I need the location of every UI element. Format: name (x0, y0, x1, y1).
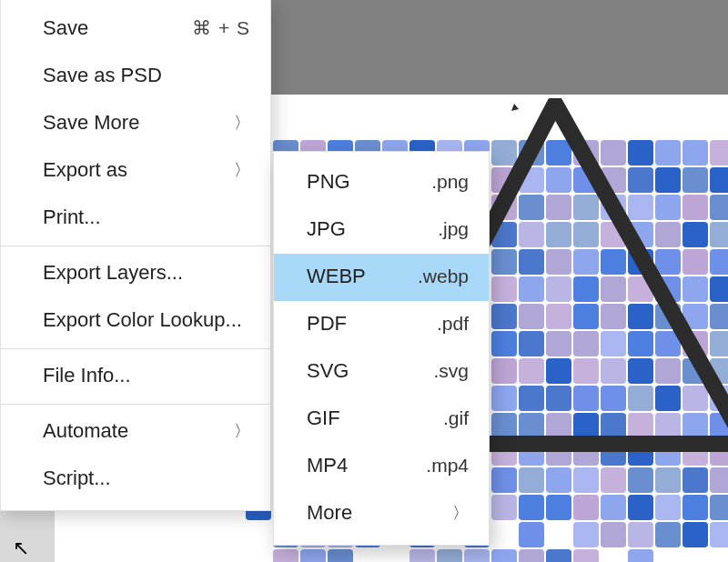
tool-rail-bottom (0, 509, 55, 562)
chevron-right-icon: 〉 (234, 112, 250, 134)
export-ext: .webp (418, 266, 469, 287)
menu-item-script[interactable]: Script... (1, 456, 270, 503)
shortcut-text: ⌘ + S (192, 17, 250, 39)
export-as-submenu: PNG .png JPG .jpg WEBP .webp PDF .pdf SV… (273, 151, 490, 546)
export-ext: .mp4 (426, 455, 469, 477)
menu-label: Export Layers... (43, 261, 183, 285)
export-label: JPG (307, 217, 346, 241)
menu-label: Automate (43, 419, 128, 443)
export-option-webp[interactable]: WEBP .webp (274, 254, 489, 301)
menu-item-print[interactable]: Print... (1, 195, 270, 242)
export-option-mp4[interactable]: MP4 .mp4 (274, 443, 489, 490)
export-ext: .gif (443, 407, 469, 429)
menu-label: Save (43, 16, 88, 40)
export-label: PDF (307, 312, 347, 336)
menu-item-export-layers[interactable]: Export Layers... (1, 250, 270, 297)
menu-item-export-as[interactable]: Export as 〉 (1, 147, 270, 195)
export-label: WEBP (307, 265, 366, 288)
export-label: SVG (307, 359, 349, 383)
export-option-jpg[interactable]: JPG .jpg (274, 206, 489, 254)
export-ext: .jpg (438, 218, 469, 240)
export-ext: .pdf (437, 313, 469, 335)
export-option-svg[interactable]: SVG .svg (274, 348, 489, 396)
export-option-png[interactable]: PNG .png (274, 159, 489, 206)
chevron-right-icon: 〉 (452, 502, 469, 524)
menu-label: Export as (43, 158, 127, 182)
menu-label: File Info... (43, 364, 131, 387)
menu-item-automate[interactable]: Automate 〉 (1, 408, 270, 456)
export-label: More (307, 501, 352, 525)
export-label: PNG (307, 170, 350, 194)
chevron-right-icon: 〉 (234, 420, 250, 442)
menu-separator (1, 348, 270, 349)
export-ext: .svg (433, 360, 469, 382)
export-label: MP4 (307, 454, 348, 477)
menu-item-export-clut[interactable]: Export Color Lookup... (1, 297, 270, 345)
menu-item-file-info[interactable]: File Info... (1, 353, 270, 400)
menu-label: Export Color Lookup... (43, 308, 242, 332)
menu-item-save[interactable]: Save ⌘ + S (1, 5, 270, 53)
menu-item-save-more[interactable]: Save More 〉 (1, 100, 270, 147)
menu-separator (1, 246, 270, 246)
menu-separator (1, 404, 270, 405)
export-option-more[interactable]: More 〉 (274, 490, 489, 537)
export-option-pdf[interactable]: PDF .pdf (274, 301, 489, 348)
chevron-right-icon: 〉 (234, 159, 250, 181)
svg-marker-1 (511, 104, 519, 111)
menu-label: Save More (43, 111, 139, 135)
export-option-gif[interactable]: GIF .gif (274, 396, 489, 443)
export-ext: .png (431, 171, 469, 193)
file-menu: Save ⌘ + S Save as PSD Save More 〉 Expor… (0, 0, 271, 511)
menu-label: Save as PSD (43, 64, 162, 87)
export-label: GIF (307, 406, 340, 430)
menu-label: Script... (43, 467, 111, 490)
menu-item-save-psd[interactable]: Save as PSD (1, 53, 270, 100)
menu-label: Print... (43, 206, 101, 229)
